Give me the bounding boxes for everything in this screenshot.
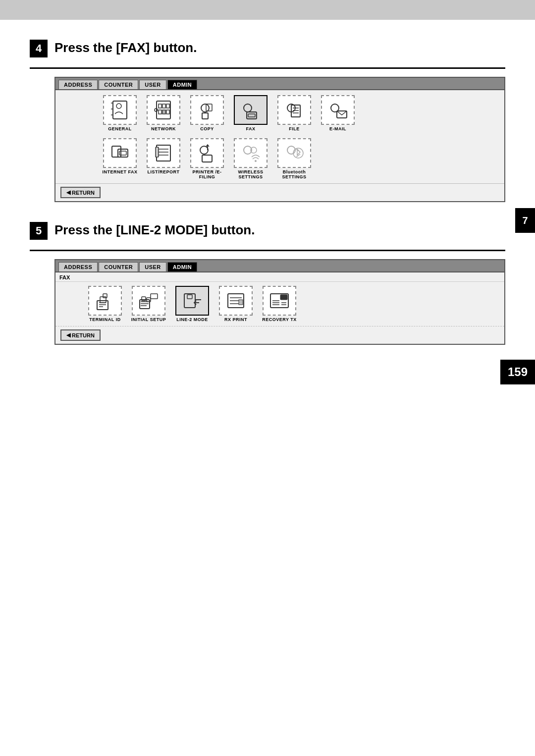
svg-rect-55: [184, 294, 195, 308]
icon-file[interactable]: FILE: [274, 95, 314, 131]
main-content: 4 Press the [FAX] button. ADDRESS COUNTE…: [0, 20, 535, 384]
tab-counter-1[interactable]: COUNTER: [99, 80, 138, 89]
bluetooth-icon: [282, 142, 306, 164]
icon-network-box: [147, 95, 180, 125]
panel1-return-arrow: ◀: [66, 189, 70, 196]
step5-header: 5 Press the [LINE-2 MODE] button.: [30, 222, 505, 240]
panel2-bottom-row: ◀ RETURN: [55, 326, 504, 344]
svg-rect-6: [159, 104, 161, 108]
icon-email-box: [321, 95, 355, 125]
tab-user-1[interactable]: USER: [139, 80, 166, 89]
icon-line2-mode-box: [175, 286, 209, 316]
panel2-return-button[interactable]: ◀ RETURN: [60, 329, 101, 341]
tab-address-1[interactable]: ADDRESS: [58, 80, 98, 89]
svg-rect-51: [151, 294, 158, 299]
svg-rect-7: [162, 104, 165, 108]
icon-rx-print-label: RX PRINT: [224, 317, 247, 322]
wireless-icon: [239, 142, 263, 164]
icon-network[interactable]: NETWORK: [144, 95, 183, 131]
tab-admin-1[interactable]: ADMIN: [167, 80, 198, 89]
panel1-return-button[interactable]: ◀ RETURN: [60, 187, 101, 198]
tab-address-2[interactable]: ADDRESS: [58, 262, 98, 271]
icon-copy-box: [190, 95, 224, 125]
icon-printer-box: [190, 138, 224, 168]
panel2-tab-bar: ADDRESS COUNTER USER ADMIN: [55, 260, 504, 272]
icon-internet-fax[interactable]: INTERNET FAX: [100, 138, 140, 179]
panel2-return-arrow: ◀: [66, 332, 70, 338]
tab-user-2[interactable]: USER: [139, 262, 166, 271]
step4-header: 4 Press the [FAX] button.: [30, 40, 505, 57]
icon-network-label: NETWORK: [151, 126, 176, 131]
icon-recovery-tx-box: [263, 286, 296, 316]
icon-recovery-tx[interactable]: RECOVERY TX: [260, 286, 299, 322]
initial-setup-icon: [137, 290, 160, 312]
icon-printer[interactable]: PRINTER /E-FILING: [187, 138, 227, 179]
panel2-return-label: RETURN: [72, 332, 95, 338]
icon-initial-setup-box: [132, 286, 165, 316]
printer-icon: [195, 142, 219, 164]
icon-general[interactable]: GENERAL: [100, 95, 140, 131]
icon-file-label: FILE: [289, 126, 300, 131]
svg-rect-9: [159, 110, 161, 114]
icon-email-label: E-MAIL: [329, 126, 346, 131]
icon-internet-fax-box: [103, 138, 137, 168]
svg-rect-14: [202, 113, 208, 119]
icon-terminal-id[interactable]: TERMINAL ID: [85, 286, 125, 322]
icon-list-report[interactable]: LIST/REPORT: [144, 138, 183, 179]
panel1: ADDRESS COUNTER USER ADMIN: [54, 77, 505, 202]
icon-list-report-box: [147, 138, 180, 168]
svg-rect-56: [187, 295, 192, 299]
icon-fax-label: FAX: [246, 126, 255, 131]
icon-fax[interactable]: FAX: [231, 95, 270, 131]
step5-title: Press the [LINE-2 MODE] button.: [54, 222, 255, 238]
panel1-bottom-row: ◀ RETURN: [55, 183, 504, 201]
icon-email[interactable]: E-MAIL: [318, 95, 358, 131]
svg-rect-44: [103, 294, 107, 298]
chapter-tab: 7: [515, 208, 535, 233]
copy-icon: [195, 99, 219, 121]
svg-rect-10: [162, 110, 165, 114]
tab-admin-2[interactable]: ADMIN: [167, 262, 198, 271]
tab-counter-2[interactable]: COUNTER: [99, 262, 138, 271]
icon-fax-box: [234, 95, 268, 125]
line2-mode-icon: [180, 290, 204, 312]
page-number: 159: [500, 360, 535, 384]
icon-printer-label: PRINTER /E-FILING: [187, 169, 227, 179]
icon-line2-mode[interactable]: LINE-2 MODE: [172, 286, 212, 322]
internet-fax-icon: [108, 142, 132, 164]
panel2: ADDRESS COUNTER USER ADMIN FAX: [54, 259, 505, 345]
icon-recovery-tx-label: RECOVERY TX: [262, 317, 297, 322]
panel1-tab-bar: ADDRESS COUNTER USER ADMIN: [55, 78, 504, 90]
step4-title: Press the [FAX] button.: [54, 40, 197, 55]
svg-point-16: [244, 104, 252, 112]
file-icon: [282, 99, 306, 121]
icon-initial-setup[interactable]: INITIAL SETUP: [129, 286, 168, 322]
icon-internet-fax-label: INTERNET FAX: [102, 169, 137, 174]
top-bar: [0, 0, 535, 20]
svg-rect-35: [202, 155, 212, 162]
icon-terminal-id-box: [88, 286, 122, 316]
panel2-section-label: FAX: [55, 272, 504, 282]
icon-copy[interactable]: COPY: [187, 95, 227, 131]
network-icon: [152, 99, 175, 121]
svg-rect-33: [156, 147, 159, 157]
icon-copy-label: COPY: [200, 126, 214, 131]
icon-wireless-label: WIRELESS SETTINGS: [231, 169, 270, 179]
icon-list-report-label: LIST/REPORT: [147, 169, 179, 174]
icon-general-box: [103, 95, 137, 125]
general-icon: [108, 99, 132, 121]
step4-number: 4: [30, 40, 48, 57]
fax-icon: [239, 99, 263, 121]
icon-rx-print[interactable]: RX PRINT: [216, 286, 256, 322]
icon-rx-print-box: [219, 286, 253, 316]
step4-rule: [30, 67, 505, 69]
recovery-tx-icon: [268, 290, 291, 312]
icon-bluetooth[interactable]: Bluetooth SETTINGS: [274, 138, 314, 179]
list-report-icon: [152, 142, 175, 164]
svg-rect-8: [166, 104, 169, 108]
icon-terminal-id-label: TERMINAL ID: [89, 317, 120, 322]
svg-rect-63: [239, 300, 243, 305]
svg-point-4: [116, 104, 121, 108]
panel1-icon-grid: GENERAL NETWORK: [55, 90, 504, 136]
icon-wireless[interactable]: WIRELESS SETTINGS: [231, 138, 270, 179]
